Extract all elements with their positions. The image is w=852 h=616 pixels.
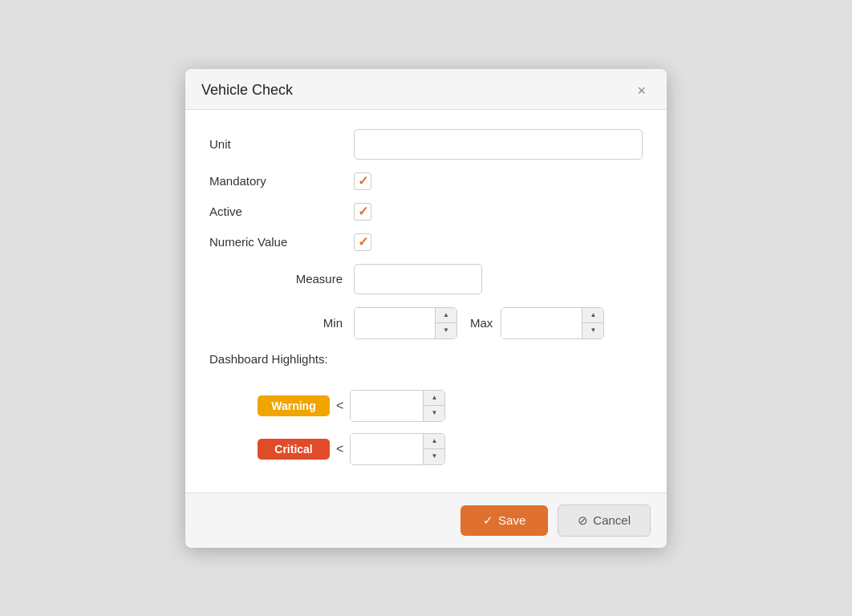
critical-badge: Critical [258,439,330,460]
min-spinbox-buttons: ▲ ▼ [435,308,456,338]
min-input[interactable]: 0.00 [355,308,435,338]
min-decrement-button[interactable]: ▼ [436,323,456,338]
dialog-body: Unit Mandatory ✓ Active ✓ Numeric Value … [185,110,667,492]
min-max-row: Min 0.00 ▲ ▼ Max 100.00 ▲ ▼ [209,307,643,339]
active-row: Active ✓ [209,203,643,221]
max-spinbox: 100.00 ▲ ▼ [501,307,604,339]
active-label: Active [209,205,354,218]
warning-decrement-button[interactable]: ▼ [424,406,444,421]
save-check-icon: ✓ [483,513,493,528]
max-decrement-button[interactable]: ▼ [582,323,603,338]
numeric-value-row: Numeric Value ✓ [209,233,643,251]
mandatory-row: Mandatory ✓ [209,172,643,190]
numeric-value-checkmark: ✓ [358,234,368,249]
close-button[interactable]: × [632,82,651,99]
warning-spinbox: ▲ ▼ [350,390,445,422]
measure-input[interactable] [354,264,482,294]
mandatory-checkmark: ✓ [358,173,368,188]
active-checkmark: ✓ [358,204,368,219]
critical-spinbox-buttons: ▲ ▼ [423,434,444,464]
vehicle-check-dialog: Vehicle Check × Unit Mandatory ✓ Active … [185,69,667,548]
save-label: Save [498,513,525,527]
numeric-value-checkbox[interactable]: ✓ [354,233,371,251]
min-increment-button[interactable]: ▲ [436,308,456,323]
dialog-title: Vehicle Check [201,82,293,99]
dialog-header: Vehicle Check × [185,69,667,110]
cancel-button[interactable]: ⊘ Cancel [558,505,651,537]
critical-less-than-icon: < [336,442,343,456]
warning-input[interactable] [351,391,423,421]
max-spinbox-buttons: ▲ ▼ [582,308,603,338]
dashboard-highlights-row: Dashboard Highlights: [209,352,643,377]
max-increment-button[interactable]: ▲ [582,308,603,323]
critical-decrement-button[interactable]: ▼ [424,449,444,464]
warning-increment-button[interactable]: ▲ [424,391,444,406]
critical-increment-button[interactable]: ▲ [424,434,444,449]
critical-spinbox: ▲ ▼ [350,433,445,465]
dashboard-highlights-label: Dashboard Highlights: [209,352,328,366]
unit-label: Unit [209,137,354,151]
active-checkbox[interactable]: ✓ [354,203,371,221]
min-label: Min [209,316,354,330]
warning-less-than-icon: < [336,399,343,413]
min-spinbox: 0.00 ▲ ▼ [354,307,457,339]
save-button[interactable]: ✓ Save [460,505,548,536]
warning-badge: Warning [258,395,330,416]
critical-row: Critical < ▲ ▼ [258,433,643,465]
dialog-footer: ✓ Save ⊘ Cancel [185,492,667,548]
max-label: Max [470,316,493,330]
numeric-value-label: Numeric Value [209,235,354,249]
warning-row: Warning < ▲ ▼ [258,390,643,422]
unit-row: Unit [209,129,643,160]
mandatory-label: Mandatory [209,174,354,188]
measure-label: Measure [209,272,354,286]
measure-row: Measure [209,264,643,294]
critical-input[interactable] [351,434,423,464]
max-input[interactable]: 100.00 [501,308,582,338]
cancel-label: Cancel [593,513,631,527]
unit-input[interactable] [354,129,643,160]
cancel-icon: ⊘ [578,513,588,528]
warning-spinbox-buttons: ▲ ▼ [423,391,444,421]
mandatory-checkbox[interactable]: ✓ [354,172,371,190]
